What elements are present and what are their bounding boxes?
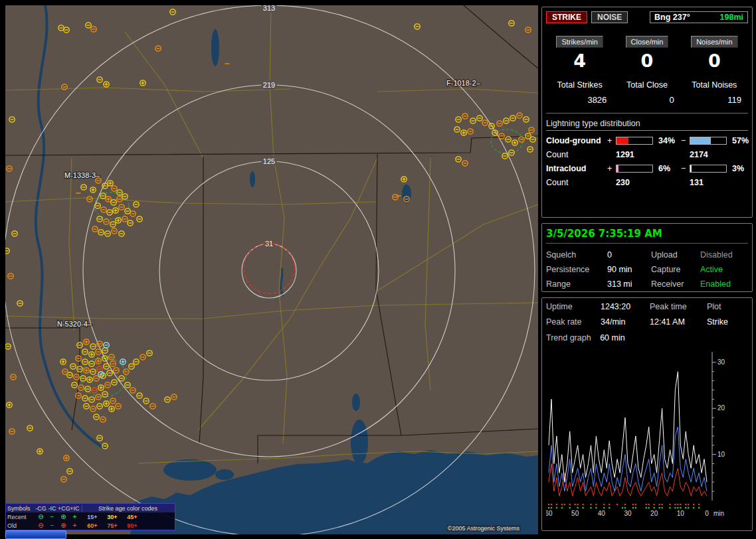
legend-age-code: 75+ xyxy=(104,522,120,529)
intracloud-label: Intracloud xyxy=(546,164,607,173)
legend-symbol-icon: − xyxy=(47,522,58,529)
legend-age-code: 60+ xyxy=(84,522,100,529)
legend-row-recent: Recent⊖−⊕+15+30+45+ xyxy=(6,512,175,521)
svg-text:40: 40 xyxy=(598,510,606,517)
ic-minus-pct: 3% xyxy=(729,164,755,173)
datetime-display: 3/5/2026 7:35:19 AM xyxy=(546,228,748,244)
stats-panel: STRIKE NOISE Bng 237° 198mi Strikes/min … xyxy=(541,7,753,218)
minus-sign: − xyxy=(681,164,690,173)
trend-graph-label: Trend graph xyxy=(546,333,591,343)
plus-sign: + xyxy=(607,164,616,173)
legend-header: Symbols -CG -IC +CG +IC Strike age color… xyxy=(6,504,175,512)
legend-row-label: Recent xyxy=(7,514,35,520)
legend-col-pcg: +CG xyxy=(58,505,69,512)
nexstorm-window: { "map": { "copyright": "©2005 Astrogeni… xyxy=(0,0,756,539)
legend-col-ncg: -CG xyxy=(35,505,47,512)
distribution-table: Cloud-ground + 34% − 57% Count 1291 2174… xyxy=(546,136,748,187)
ic-plus-count: 230 xyxy=(616,178,656,187)
svg-text:min: min xyxy=(713,510,724,517)
status-panel: 3/5/2026 7:35:19 AM Squelch 0 Upload Dis… xyxy=(541,223,753,292)
range-ring-label: 125 xyxy=(263,157,275,165)
svg-text:10: 10 xyxy=(677,510,685,517)
cg-plus-pct: 34% xyxy=(656,136,681,145)
legend-symbol-icon: + xyxy=(69,522,80,529)
legend-symbol-icon: ⊖ xyxy=(35,514,47,520)
legend-row-old: Old⊖−⊕+60+75+90+ xyxy=(6,521,175,530)
svg-text:60: 60 xyxy=(546,510,553,517)
noise-toggle-button[interactable]: NOISE xyxy=(591,11,628,23)
svg-text:0: 0 xyxy=(705,510,709,517)
bearing-distance: 198mi xyxy=(720,13,743,22)
receiver-value: Enabled xyxy=(700,279,748,289)
trend-graph-window: 60 min xyxy=(600,333,625,343)
trend-series-strikes xyxy=(549,372,707,483)
receiver-label: Receiver xyxy=(651,279,700,289)
capture-label: Capture xyxy=(651,265,700,274)
legend-symbol-icon: + xyxy=(69,514,80,520)
uptime-value: 1243:20 xyxy=(601,302,650,311)
legend-age-title: Strike age color codes xyxy=(82,505,173,512)
copyright-text: ©2005 Astrogenic Systems xyxy=(446,525,521,532)
minus-sign: − xyxy=(681,136,690,145)
legend-age-code: 15+ xyxy=(84,514,100,520)
cg-minus-count: 2174 xyxy=(690,150,729,159)
range-value: 313 mi xyxy=(607,279,651,289)
strike-toggle-button[interactable]: STRIKE xyxy=(546,11,587,23)
strike-legend: Symbols -CG -IC +CG +IC Strike age color… xyxy=(5,503,175,530)
plot-label: Plot xyxy=(707,302,748,311)
count-label: Count xyxy=(546,178,607,187)
svg-text:20: 20 xyxy=(717,404,725,412)
cg-minus-pct: 57% xyxy=(729,136,755,145)
bearing-value: Bng 237° xyxy=(654,13,690,22)
svg-text:50: 50 xyxy=(571,510,579,517)
ic-plus-pct: 6% xyxy=(656,164,681,173)
taskbar-fragment[interactable] xyxy=(5,530,66,539)
peak-time-value: 12:41 AM xyxy=(650,317,707,327)
trend-graph: 1020306050403020100min xyxy=(546,348,745,519)
noises-per-min-button[interactable]: Noises/min xyxy=(691,36,737,48)
svg-text:30: 30 xyxy=(624,510,632,517)
legend-symbol-icon: ⊖ xyxy=(35,522,47,529)
divider xyxy=(546,113,748,114)
range-ring-label: 219 xyxy=(263,81,275,89)
peak-rate-value: 34/min xyxy=(601,317,650,327)
close-per-min-value: 0 xyxy=(613,50,680,71)
close-per-min-button[interactable]: Close/min xyxy=(626,36,669,48)
total-strikes-label: Total Strikes xyxy=(557,80,603,90)
plus-sign: + xyxy=(607,136,616,145)
range-ring-label: 313 xyxy=(263,5,275,12)
trend-panel: Uptime 1243:20 Peak time Plot Peak rate … xyxy=(541,297,753,531)
total-close-label: Total Close xyxy=(626,80,668,90)
distribution-title: Lightning type distribution xyxy=(546,119,748,131)
persistence-value: 90 min xyxy=(607,265,651,274)
status-grid: Squelch 0 Upload Disabled Persistence 90… xyxy=(546,250,748,289)
svg-text:20: 20 xyxy=(650,510,658,517)
plot-value: Strike xyxy=(707,317,748,327)
squelch-label: Squelch xyxy=(546,250,607,260)
cg-minus-bar xyxy=(690,137,727,145)
legend-symbol-icon: ⊕ xyxy=(58,514,69,520)
storm-cell-label: M-1338-3– xyxy=(64,171,100,179)
storm-cell-label: N-5320-4– xyxy=(57,320,92,328)
peak-time-label: Peak time xyxy=(650,302,707,311)
trend-info-grid: Uptime 1243:20 Peak time Plot Peak rate … xyxy=(546,302,748,327)
total-noises-value: 119 xyxy=(681,95,748,105)
legend-age-code: 30+ xyxy=(104,514,120,520)
cloud-ground-label: Cloud-ground xyxy=(546,136,607,145)
lightning-map[interactable]: 31321912531 F-1018-2–M-1338-3–N-5320-4– … xyxy=(5,5,538,534)
svg-text:30: 30 xyxy=(717,358,725,366)
ic-minus-bar xyxy=(690,165,727,173)
range-label: Range xyxy=(546,279,607,289)
legend-symbol-icon: − xyxy=(47,514,58,520)
total-strikes-value: 3826 xyxy=(546,95,613,105)
ic-plus-bar xyxy=(616,165,653,173)
upload-label: Upload xyxy=(651,250,700,260)
legend-col-nic: -IC xyxy=(47,505,58,512)
side-panel: STRIKE NOISE Bng 237° 198mi Strikes/min … xyxy=(541,7,753,531)
peak-rate-label: Peak rate xyxy=(546,317,601,327)
noises-per-min-value: 0 xyxy=(681,50,748,71)
total-close-value: 0 xyxy=(613,95,680,105)
cg-plus-count: 1291 xyxy=(616,150,656,159)
legend-age-code: 45+ xyxy=(124,514,140,520)
strikes-per-min-button[interactable]: Strikes/min xyxy=(556,36,603,48)
